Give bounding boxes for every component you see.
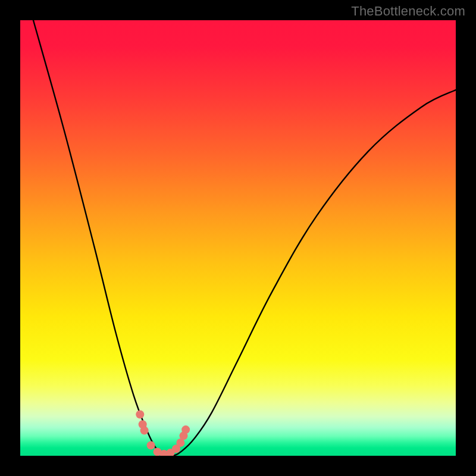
marker-point [147, 441, 155, 449]
bottleneck-curve-path [33, 20, 456, 456]
marker-point [181, 425, 190, 434]
marker-point [136, 410, 144, 418]
marker-point [140, 427, 149, 435]
bottleneck-chart [20, 20, 456, 456]
marker-group [136, 410, 190, 456]
chart-plot-area [20, 20, 456, 456]
attribution-text: TheBottleneck.com [351, 4, 465, 19]
